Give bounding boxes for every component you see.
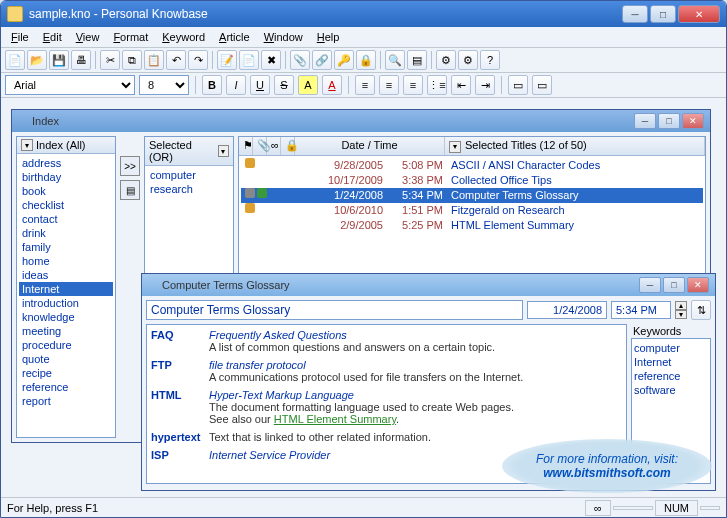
font-color-icon[interactable]: A xyxy=(322,75,342,95)
col-flag-icon[interactable]: ⚑ xyxy=(239,137,253,155)
article-minimize-button[interactable]: ─ xyxy=(639,277,661,293)
print-icon[interactable]: 🖶 xyxy=(71,50,91,70)
edit-icon[interactable]: 📄 xyxy=(239,50,259,70)
minimize-button[interactable]: ─ xyxy=(622,5,648,23)
title-row[interactable]: 10/6/20101:51 PMFitzgerald on Research xyxy=(241,203,703,218)
strike-icon[interactable]: S xyxy=(274,75,294,95)
highlight-icon[interactable]: A xyxy=(298,75,318,95)
tool-b-icon[interactable]: ⚙ xyxy=(458,50,478,70)
menu-article[interactable]: Article xyxy=(213,29,256,45)
title-row[interactable]: 9/28/20055:08 PMASCII / ANSI Character C… xyxy=(241,158,703,173)
tool-a-icon[interactable]: ⚙ xyxy=(436,50,456,70)
time-down-button[interactable]: ▾ xyxy=(675,310,687,319)
selected-or-dropdown[interactable]: ▾ xyxy=(218,145,229,157)
index-minimize-button[interactable]: ─ xyxy=(634,113,656,129)
menu-file[interactable]: File xyxy=(5,29,35,45)
index-item[interactable]: home xyxy=(19,254,113,268)
outdent-icon[interactable]: ⇤ xyxy=(451,75,471,95)
keyword-item[interactable]: computer xyxy=(634,341,708,355)
index-close-button[interactable]: ✕ xyxy=(682,113,704,129)
align-right-icon[interactable]: ≡ xyxy=(403,75,423,95)
menu-view[interactable]: View xyxy=(70,29,106,45)
index-item[interactable]: ideas xyxy=(19,268,113,282)
index-item[interactable]: recipe xyxy=(19,366,113,380)
search-icon[interactable]: 🔍 xyxy=(385,50,405,70)
paste-icon[interactable]: 📋 xyxy=(144,50,164,70)
article-close-button[interactable]: ✕ xyxy=(687,277,709,293)
copy-icon[interactable]: ⧉ xyxy=(122,50,142,70)
index-item[interactable]: birthday xyxy=(19,170,113,184)
link-icon[interactable]: 🔗 xyxy=(312,50,332,70)
index-item[interactable]: address xyxy=(19,156,113,170)
undo-icon[interactable]: ↶ xyxy=(166,50,186,70)
keyword-item[interactable]: Internet xyxy=(634,355,708,369)
save-icon[interactable]: 💾 xyxy=(49,50,69,70)
lock-icon[interactable]: 🔒 xyxy=(356,50,376,70)
index-item[interactable]: knowledge xyxy=(19,310,113,324)
align-left-icon[interactable]: ≡ xyxy=(355,75,375,95)
index-item[interactable]: checklist xyxy=(19,198,113,212)
article-time-field[interactable]: 5:34 PM xyxy=(611,301,671,319)
index-item[interactable]: procedure xyxy=(19,338,113,352)
index-item[interactable]: meeting xyxy=(19,324,113,338)
keyword-item[interactable]: software xyxy=(634,383,708,397)
italic-icon[interactable]: I xyxy=(226,75,246,95)
index-item[interactable]: drink xyxy=(19,226,113,240)
index-item[interactable]: quote xyxy=(19,352,113,366)
index-item[interactable]: Internet xyxy=(19,282,113,296)
article-date-field[interactable]: 1/24/2008 xyxy=(527,301,607,319)
maximize-button[interactable]: □ xyxy=(650,5,676,23)
close-button[interactable]: ✕ xyxy=(678,5,720,23)
index-item[interactable]: family xyxy=(19,240,113,254)
index-item[interactable]: report xyxy=(19,394,113,408)
bold-icon[interactable]: B xyxy=(202,75,222,95)
title-row[interactable]: 2/9/20055:25 PMHTML Element Summary xyxy=(241,218,703,233)
selected-item[interactable]: computer xyxy=(147,168,231,182)
key-icon[interactable]: 🔑 xyxy=(334,50,354,70)
delete-icon[interactable]: ✖ xyxy=(261,50,281,70)
menu-edit[interactable]: Edit xyxy=(37,29,68,45)
col-datetime[interactable]: Date / Time xyxy=(295,137,445,155)
bullets-icon[interactable]: ⋮≡ xyxy=(427,75,447,95)
redo-icon[interactable]: ↷ xyxy=(188,50,208,70)
keyword-item[interactable]: reference xyxy=(634,369,708,383)
time-up-button[interactable]: ▴ xyxy=(675,301,687,310)
align-center-icon[interactable]: ≡ xyxy=(379,75,399,95)
article-title-field[interactable]: Computer Terms Glossary xyxy=(146,300,523,320)
menu-window[interactable]: Window xyxy=(258,29,309,45)
col-clip-icon[interactable]: 📎 xyxy=(253,137,267,155)
underline-icon[interactable]: U xyxy=(250,75,270,95)
cut-icon[interactable]: ✂ xyxy=(100,50,120,70)
col-link-icon[interactable]: ∞ xyxy=(267,137,281,155)
index-all-dropdown[interactable]: ▾ xyxy=(21,139,33,151)
menu-format[interactable]: Format xyxy=(107,29,154,45)
index-item[interactable]: book xyxy=(19,184,113,198)
index-item[interactable]: introduction xyxy=(19,296,113,310)
article-nav-icon[interactable]: ⇅ xyxy=(691,300,711,320)
menu-help[interactable]: Help xyxy=(311,29,346,45)
col-lock-icon[interactable]: 🔒 xyxy=(281,137,295,155)
index-maximize-button[interactable]: □ xyxy=(658,113,680,129)
title-row[interactable]: 10/17/20093:38 PMCollected Office Tips xyxy=(241,173,703,188)
indent-icon[interactable]: ⇥ xyxy=(475,75,495,95)
titles-dropdown[interactable]: ▾ xyxy=(449,141,461,153)
add-keyword-button[interactable]: >> xyxy=(120,156,140,176)
insert-a-icon[interactable]: ▭ xyxy=(508,75,528,95)
open-icon[interactable]: 📂 xyxy=(27,50,47,70)
menu-keyword[interactable]: Keyword xyxy=(156,29,211,45)
font-name-select[interactable]: Arial xyxy=(5,75,135,95)
attach-icon[interactable]: 📎 xyxy=(290,50,310,70)
title-row[interactable]: 1/24/20085:34 PMComputer Terms Glossary xyxy=(241,188,703,203)
index-item[interactable]: reference xyxy=(19,380,113,394)
new-icon[interactable]: 📄 xyxy=(5,50,25,70)
index-list[interactable]: addressbirthdaybookchecklistcontactdrink… xyxy=(17,154,115,437)
selected-item[interactable]: research xyxy=(147,182,231,196)
new-article-icon[interactable]: 📝 xyxy=(217,50,237,70)
help-icon[interactable]: ? xyxy=(480,50,500,70)
index-item[interactable]: contact xyxy=(19,212,113,226)
insert-b-icon[interactable]: ▭ xyxy=(532,75,552,95)
article-maximize-button[interactable]: □ xyxy=(663,277,685,293)
filter-icon[interactable]: ▤ xyxy=(407,50,427,70)
remove-keyword-button[interactable]: ▤ xyxy=(120,180,140,200)
font-size-select[interactable]: 8 xyxy=(139,75,189,95)
